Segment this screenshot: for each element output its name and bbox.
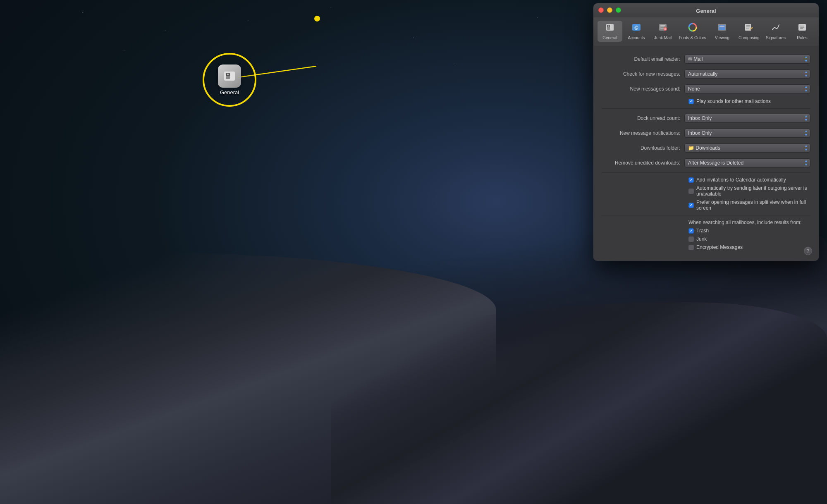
toolbar-label-junkmail: Junk Mail xyxy=(654,36,672,40)
toolbar-label-general: General xyxy=(602,36,617,40)
svg-point-8 xyxy=(608,26,609,27)
select-dock-unread-count[interactable]: Inbox Only All Mailboxes xyxy=(684,114,810,123)
control-new-messages-sound: None New Mail Sound Glass Ping ▲ ▼ xyxy=(684,84,810,93)
label-default-email-reader: Default email reader: xyxy=(602,56,684,62)
toolbar-item-composing[interactable]: Composing xyxy=(736,21,762,42)
toolbar-label-accounts: Accounts xyxy=(628,36,645,40)
divider-2 xyxy=(602,172,810,173)
svg-point-3 xyxy=(227,74,229,75)
label-new-messages-sound: New messages sound: xyxy=(602,86,684,92)
label-auto-try-sending: Automatically try sending later if outgo… xyxy=(696,185,810,197)
row-remove-unedited-downloads: Remove unedited downloads: After Message… xyxy=(602,158,810,168)
row-default-email-reader: Default email reader: ✉ Mail Other... ▲ … xyxy=(602,54,810,64)
toolbar-label-signatures: Signatures xyxy=(766,36,786,40)
row-dock-unread-count: Dock unread count: Inbox Only All Mailbo… xyxy=(602,113,810,124)
select-remove-unedited-downloads[interactable]: After Message is Deleted When Mail Quits… xyxy=(684,158,810,167)
general-icon-annotation: General xyxy=(218,64,241,96)
checkbox-add-invitations[interactable] xyxy=(688,177,694,183)
row-new-messages-sound: New messages sound: None New Mail Sound … xyxy=(602,84,810,94)
general-icon-svg xyxy=(222,69,237,83)
row-add-invitations: Add invitations to Calendar automaticall… xyxy=(602,177,810,183)
desktop: General General xyxy=(0,0,827,504)
checkbox-junk[interactable] xyxy=(688,236,694,242)
control-new-message-notifications: Inbox Only Contacts Only VIPs All Messag… xyxy=(684,129,810,138)
dune3-decoration xyxy=(331,302,827,504)
toolbar-item-general[interactable]: General xyxy=(598,21,622,42)
checkbox-play-sounds[interactable] xyxy=(688,99,694,104)
row-junk: Junk xyxy=(602,236,810,242)
toolbar-label-fontscolors: Fonts & Colors xyxy=(679,36,706,40)
label-downloads-folder: Downloads folder: xyxy=(602,145,684,151)
label-play-sounds: Play sounds for other mail actions xyxy=(696,98,771,104)
select-wrapper-dock-unread: Inbox Only All Mailboxes ▲ ▼ xyxy=(684,114,810,123)
help-button[interactable]: ? xyxy=(804,247,812,255)
checkbox-trash[interactable] xyxy=(688,228,694,234)
toolbar: General @ Accounts xyxy=(593,17,819,46)
viewing-toolbar-icon xyxy=(717,22,727,35)
search-section-header: When searching all mailboxes, include re… xyxy=(602,220,810,225)
preferences-window: General General @ xyxy=(593,3,819,261)
row-encrypted-messages: Encrypted Messages xyxy=(602,244,810,250)
toolbar-item-accounts[interactable]: @ Accounts xyxy=(624,21,649,42)
row-prefer-split-view: Prefer opening messages in split view wh… xyxy=(602,199,810,211)
control-downloads-folder: 📁 Downloads Other... ▲ ▼ xyxy=(684,143,810,153)
control-dock-unread-count: Inbox Only All Mailboxes ▲ ▼ xyxy=(684,114,810,123)
label-new-message-notifications: New message notifications: xyxy=(602,130,684,136)
label-check-new-messages: Check for new messages: xyxy=(602,71,684,77)
checkbox-encrypted-messages[interactable] xyxy=(688,245,694,250)
general-toolbar-icon xyxy=(605,22,615,35)
toolbar-label-composing: Composing xyxy=(739,36,760,40)
select-new-message-notifications[interactable]: Inbox Only Contacts Only VIPs All Messag… xyxy=(684,129,810,138)
settings-content: Default email reader: ✉ Mail Other... ▲ … xyxy=(593,46,819,261)
minimize-button[interactable] xyxy=(607,7,612,13)
fontscolors-toolbar-icon xyxy=(688,22,698,35)
row-check-new-messages: Check for new messages: Automatically Ev… xyxy=(602,69,810,79)
toolbar-item-junkmail[interactable]: ✕ Junk Mail xyxy=(650,21,675,42)
annotation-icon-label: General xyxy=(220,89,239,96)
label-dock-unread-count: Dock unread count: xyxy=(602,115,684,121)
label-trash: Trash xyxy=(696,228,709,234)
control-remove-unedited-downloads: After Message is Deleted When Mail Quits… xyxy=(684,158,810,167)
select-wrapper-notifications: Inbox Only Contacts Only VIPs All Messag… xyxy=(684,129,810,138)
svg-rect-20 xyxy=(719,26,724,27)
label-junk: Junk xyxy=(696,236,707,242)
signatures-toolbar-icon xyxy=(771,22,781,35)
toolbar-item-viewing[interactable]: Viewing xyxy=(710,21,734,42)
row-new-message-notifications: New message notifications: Inbox Only Co… xyxy=(602,128,810,139)
toolbar-item-signatures[interactable]: Signatures xyxy=(763,21,788,42)
svg-text:✕: ✕ xyxy=(664,28,667,31)
select-downloads-folder[interactable]: 📁 Downloads Other... xyxy=(684,143,810,153)
select-wrapper-sound: None New Mail Sound Glass Ping ▲ ▼ xyxy=(684,84,810,93)
select-check-new-messages[interactable]: Automatically Every Minute Every 5 Minut… xyxy=(684,69,810,79)
title-bar: General xyxy=(593,3,819,17)
divider-1 xyxy=(602,108,810,109)
svg-text:@: @ xyxy=(634,25,638,30)
label-remove-unedited-downloads: Remove unedited downloads: xyxy=(602,160,684,166)
select-wrapper-remove-downloads: After Message is Deleted When Mail Quits… xyxy=(684,158,810,167)
rules-toolbar-icon xyxy=(797,22,807,35)
toolbar-item-fontscolors[interactable]: Fonts & Colors xyxy=(677,21,708,42)
annotation-circle: General xyxy=(203,53,256,107)
maximize-button[interactable] xyxy=(616,7,621,13)
control-default-email-reader: ✉ Mail Other... ▲ ▼ xyxy=(684,55,810,64)
window-title: General xyxy=(593,8,819,17)
select-wrapper-check-messages: Automatically Every Minute Every 5 Minut… xyxy=(684,69,810,79)
toolbar-item-rules[interactable]: Rules xyxy=(790,21,815,42)
checkbox-auto-try-sending[interactable] xyxy=(688,189,694,194)
select-wrapper-downloads: 📁 Downloads Other... ▲ ▼ xyxy=(684,143,810,153)
row-downloads-folder: Downloads folder: 📁 Downloads Other... ▲… xyxy=(602,143,810,153)
close-button[interactable] xyxy=(598,7,604,13)
checkbox-prefer-split-view[interactable] xyxy=(688,203,694,208)
toolbar-label-viewing: Viewing xyxy=(715,36,729,40)
select-wrapper-email-reader: ✉ Mail Other... ▲ ▼ xyxy=(684,55,810,64)
annotation-dot xyxy=(314,16,320,21)
select-new-messages-sound[interactable]: None New Mail Sound Glass Ping xyxy=(684,84,810,93)
label-add-invitations: Add invitations to Calendar automaticall… xyxy=(696,177,786,183)
row-auto-try-sending: Automatically try sending later if outgo… xyxy=(602,185,810,197)
label-prefer-split-view: Prefer opening messages in split view wh… xyxy=(696,199,810,211)
select-default-email-reader[interactable]: ✉ Mail Other... xyxy=(684,55,810,64)
toolbar-label-rules: Rules xyxy=(797,36,808,40)
composing-toolbar-icon xyxy=(744,22,754,35)
general-icon-img xyxy=(218,64,241,88)
row-trash: Trash xyxy=(602,228,810,234)
